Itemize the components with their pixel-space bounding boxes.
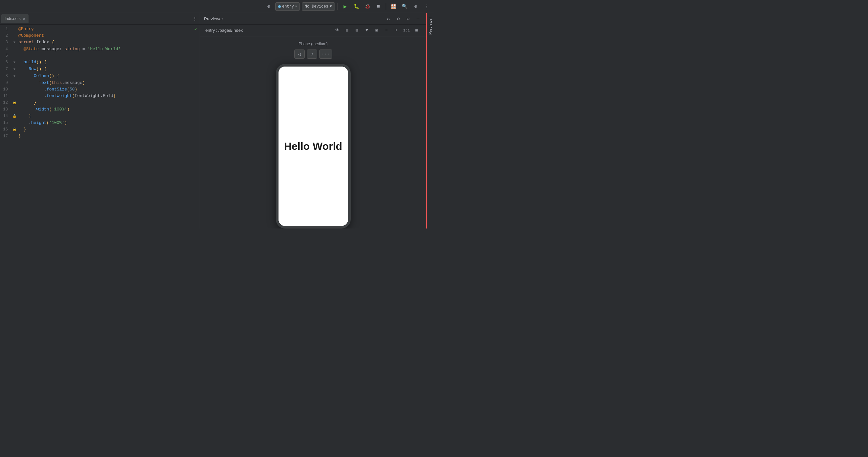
layers-icon[interactable]: ⊞: [343, 26, 351, 35]
tab-more-button[interactable]: ⋮: [191, 16, 198, 22]
entry-selector[interactable]: entry ▼: [275, 2, 300, 11]
stop-button[interactable]: ⏹: [374, 2, 383, 11]
editor-panel: Index.ets ✕ ⋮ 1 @Entry ✓ 2 @Component 3: [0, 13, 200, 228]
code-content: .height('100%'): [17, 120, 67, 126]
code-content: @State message: string = 'Hello World': [17, 46, 121, 53]
code-content: build() {: [17, 59, 46, 66]
entry-arrow: ▼: [295, 5, 297, 8]
code-content: Column() {: [17, 73, 59, 79]
entry-dot: [278, 5, 281, 8]
no-devices-button[interactable]: No Devices ▼: [302, 2, 335, 11]
code-line-3: 3 ▼ struct Index {: [0, 39, 200, 46]
editor-tab[interactable]: Index.ets ✕: [1, 14, 29, 23]
rotate-left-button[interactable]: ◁: [294, 50, 305, 59]
previewer-sidebar-label[interactable]: Previewer: [428, 14, 432, 37]
code-line-13: 13 .width('100%'): [0, 106, 200, 113]
code-content: .fontSize(50): [17, 86, 77, 93]
resize-icon[interactable]: ⊡: [372, 26, 381, 35]
refresh-icon[interactable]: ↻: [384, 14, 393, 23]
close-previewer-icon[interactable]: —: [414, 14, 422, 23]
right-sidebar: Previewer: [426, 13, 434, 228]
settings2-icon[interactable]: ⚙: [411, 2, 420, 11]
device-more-button[interactable]: ···: [319, 50, 332, 59]
tab-close-icon[interactable]: ✕: [23, 17, 25, 21]
entry-label: entry: [282, 4, 294, 9]
window-icon[interactable]: 🪟: [389, 2, 398, 11]
code-line-14: 14 🔒 }: [0, 113, 200, 120]
line-number: 4: [0, 46, 12, 53]
code-line-4: 4 @State message: string = 'Hello World': [0, 46, 200, 53]
eye-icon[interactable]: 👁: [333, 26, 341, 35]
code-line-5: 5: [0, 53, 200, 59]
fold-gutter[interactable]: ▼: [12, 66, 17, 73]
fullscreen-icon[interactable]: ⊞: [412, 26, 421, 35]
preview-settings-icon[interactable]: ⚙: [404, 14, 412, 23]
grid-icon[interactable]: ⊟: [353, 26, 361, 35]
previewer-title: Previewer: [204, 17, 223, 21]
code-line-9: 9 Text(this.message): [0, 80, 200, 86]
code-line-10: 10 .fontSize(50): [0, 86, 200, 93]
fold-gutter[interactable]: 🔒: [12, 113, 17, 120]
toolbar-separator: [338, 3, 338, 10]
hello-world-text: Hello World: [284, 140, 342, 153]
search-icon[interactable]: 🔍: [400, 2, 409, 11]
path-text: entry : /pages/Index: [205, 28, 243, 33]
main-layout: Index.ets ✕ ⋮ 1 @Entry ✓ 2 @Component 3: [0, 13, 434, 228]
coverage-button[interactable]: 🐞: [363, 2, 372, 11]
previewer-toolbar: ↻ ⚙ ⚙ —: [384, 14, 422, 23]
code-line-6: 6 ▼ build() {: [0, 59, 200, 66]
settings-icon[interactable]: ⚙: [264, 2, 273, 11]
stop-icon: ⏹: [377, 4, 380, 9]
line-number: 9: [0, 80, 12, 86]
code-content: @Entry: [17, 26, 34, 32]
device-selector: Phone (medium) ◁ ⇄ ···: [294, 42, 332, 59]
play-icon: ▶: [343, 3, 347, 10]
component-icon[interactable]: ⚙: [394, 14, 403, 23]
code-line-15: 15 .height('100%'): [0, 120, 200, 126]
phone-mockup: Hello World: [276, 64, 351, 228]
code-line-12: 12 🔒 }: [0, 99, 200, 106]
line-number: 6: [0, 59, 12, 66]
tab-bar: Index.ets ✕ ⋮: [0, 13, 200, 25]
zoom-in-icon[interactable]: +: [392, 26, 401, 35]
code-content: }: [17, 126, 26, 133]
line-number: 5: [0, 53, 12, 59]
grid-dropdown-icon[interactable]: ▼: [363, 26, 371, 35]
code-content: Row() {: [17, 66, 46, 72]
fold-gutter[interactable]: ▼: [12, 59, 17, 66]
code-line-1: 1 @Entry ✓: [0, 26, 200, 32]
code-content: .fontWeight(FontWeight.Bold): [17, 93, 116, 99]
line-number: 15: [0, 120, 12, 126]
device-label: Phone (medium): [299, 42, 328, 46]
line-number: 10: [0, 86, 12, 93]
fold-gutter[interactable]: 🔒: [12, 100, 17, 106]
path-bar: entry : /pages/Index 👁 ⊞ ⊟ ▼ ⊡ − + 1:1 ⊞: [200, 25, 426, 36]
line-number: 16: [0, 126, 12, 133]
line-number: 8: [0, 73, 12, 79]
code-content: struct Index {: [17, 39, 54, 45]
line-number: 11: [0, 93, 12, 99]
device-controls: ◁ ⇄ ···: [294, 50, 332, 59]
debug-button[interactable]: 🐛: [352, 2, 361, 11]
code-line-16: 16 🔒 }: [0, 126, 200, 133]
code-content: }: [17, 99, 36, 106]
line-number: 7: [0, 66, 12, 72]
previewer-content: Phone (medium) ◁ ⇄ ··· Hello World: [200, 36, 426, 228]
debug-icon: 🐛: [353, 4, 359, 9]
fold-gutter[interactable]: ▼: [12, 73, 17, 80]
play-button[interactable]: ▶: [341, 2, 350, 11]
code-line-11: 11 .fontWeight(FontWeight.Bold): [0, 93, 200, 99]
fold-gutter[interactable]: ▼: [12, 39, 17, 46]
zoom-out-icon[interactable]: −: [382, 26, 391, 35]
code-line-2: 2 @Component: [0, 32, 200, 39]
line-number: 14: [0, 113, 12, 119]
code-line-17: 17 }: [0, 133, 200, 140]
code-line-7: 7 ▼ Row() {: [0, 66, 200, 73]
top-toolbar: ⚙ entry ▼ No Devices ▼ ▶ 🐛 🐞 ⏹ 🪟 🔍 ⚙ ⋮: [0, 0, 434, 13]
code-editor[interactable]: 1 @Entry ✓ 2 @Component 3 ▼ struct Index…: [0, 25, 200, 228]
code-content: .width('100%'): [17, 106, 69, 113]
phone-content: Hello World: [279, 67, 348, 226]
flip-button[interactable]: ⇄: [307, 50, 317, 59]
more-icon[interactable]: ⋮: [422, 2, 431, 11]
fold-gutter[interactable]: 🔒: [12, 127, 17, 133]
